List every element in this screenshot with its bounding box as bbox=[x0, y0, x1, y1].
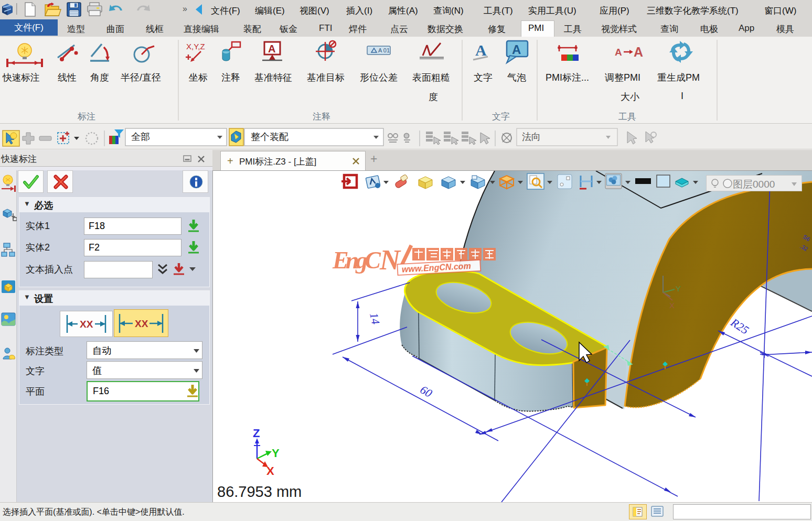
svg-text:A: A bbox=[634, 45, 643, 59]
svg-text:X: X bbox=[266, 464, 274, 477]
svg-text:A: A bbox=[615, 47, 622, 58]
svg-text:X: X bbox=[669, 301, 675, 310]
svg-text:86.7953 mm: 86.7953 mm bbox=[217, 483, 302, 500]
svg-text:60: 60 bbox=[418, 383, 435, 400]
svg-text:Y: Y bbox=[676, 284, 681, 293]
svg-text:R25: R25 bbox=[728, 316, 751, 337]
svg-text:A: A bbox=[268, 43, 275, 55]
svg-text:XX: XX bbox=[135, 318, 148, 329]
svg-text:A: A bbox=[475, 41, 487, 59]
svg-text:A: A bbox=[512, 42, 521, 57]
svg-text:Z: Z bbox=[253, 427, 260, 440]
svg-text:Y: Y bbox=[272, 447, 280, 460]
svg-text:14: 14 bbox=[367, 311, 382, 325]
svg-text:A 01: A 01 bbox=[378, 47, 390, 53]
svg-text:XX: XX bbox=[80, 319, 93, 330]
svg-text:X,Y,Z: X,Y,Z bbox=[186, 42, 205, 51]
svg-text:EngC: EngC bbox=[332, 247, 381, 274]
